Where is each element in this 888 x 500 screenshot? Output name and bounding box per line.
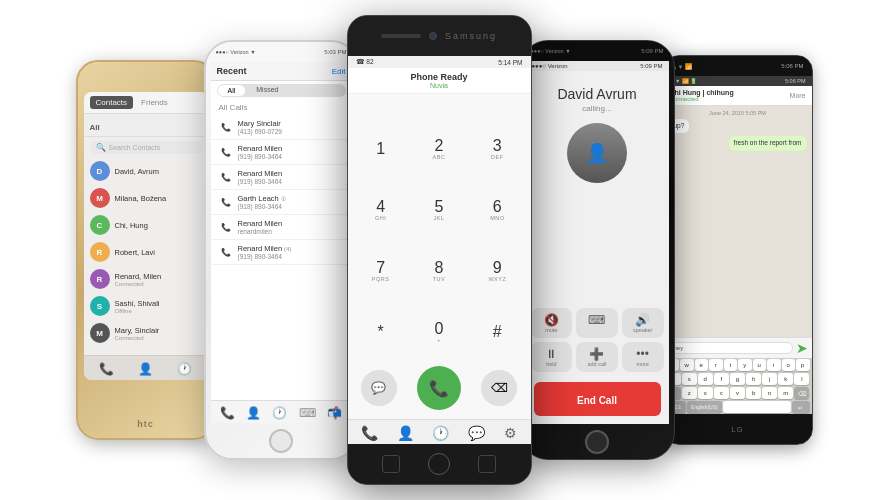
key-s[interactable]: s — [682, 373, 697, 385]
phone-tab-icon[interactable]: 📞 — [220, 406, 235, 420]
mute-icon: 🔇 — [534, 313, 570, 327]
call-item[interactable]: 📞 Renard Milen (919) 890-3464 — [211, 140, 352, 165]
tab-all[interactable]: All — [218, 85, 246, 96]
call-item[interactable]: 📞 Mary Sinclair (413) 690-0729 — [211, 115, 352, 140]
key-z[interactable]: z — [682, 387, 697, 399]
key-9[interactable]: 9 WXYZ — [469, 242, 525, 301]
key-p[interactable]: p — [796, 359, 810, 371]
key-i[interactable]: i — [767, 359, 781, 371]
settings-tab-icon[interactable]: ⚙ — [504, 425, 517, 441]
add-call-button[interactable]: ➕ add call — [576, 342, 618, 372]
key-l[interactable]: l — [794, 373, 809, 385]
call-item[interactable]: 📞 Renard Milen (4) (919) 890-3464 — [211, 240, 352, 265]
contacts-tab-icon[interactable]: 👤 — [246, 406, 261, 420]
key-d[interactable]: d — [698, 373, 713, 385]
kb-row-1: q w e r t y u i o p — [664, 358, 812, 372]
end-call-button[interactable]: End Call — [534, 382, 661, 416]
key-enter[interactable]: ↵ — [792, 401, 809, 413]
list-item[interactable]: C Chi, Hung — [84, 212, 208, 239]
phone-icon[interactable]: 📞 — [99, 362, 114, 376]
list-item[interactable]: D David, Avrum — [84, 158, 208, 185]
key-0[interactable]: 0 + — [411, 303, 467, 362]
tab-friends[interactable]: Friends — [135, 96, 174, 109]
key-t[interactable]: t — [724, 359, 738, 371]
key-8[interactable]: 8 TUV — [411, 242, 467, 301]
keypad-tab-icon[interactable]: ⌨ — [299, 406, 316, 420]
list-item[interactable]: M Milana, Božena — [84, 185, 208, 212]
caller-avatar: 👤 — [567, 123, 627, 183]
key-o[interactable]: o — [782, 359, 796, 371]
message-input[interactable]: hey — [668, 342, 793, 354]
key-n[interactable]: n — [762, 387, 777, 399]
key-star[interactable]: * — [353, 303, 409, 362]
key-y[interactable]: y — [738, 359, 752, 371]
key-b[interactable]: b — [746, 387, 761, 399]
key-v[interactable]: v — [730, 387, 745, 399]
message-button[interactable]: 💬 — [361, 370, 397, 406]
key-r[interactable]: r — [709, 359, 723, 371]
key-k[interactable]: k — [778, 373, 793, 385]
caller-name: Garth Leach — [238, 194, 279, 203]
home-button[interactable] — [585, 430, 609, 454]
edit-button[interactable]: Edit — [332, 67, 346, 76]
add-call-icon: ➕ — [579, 347, 615, 361]
chat-tab-icon[interactable]: 💬 — [468, 425, 485, 441]
more-button[interactable]: More — [790, 92, 806, 99]
list-item[interactable]: M Mary, Sinclair Connected — [84, 320, 208, 347]
key-1[interactable]: 1 — [353, 119, 409, 178]
list-item[interactable]: R Robert, Lavi — [84, 239, 208, 266]
hold-button[interactable]: ⏸ hold — [531, 342, 573, 372]
contacts-icon[interactable]: 👤 — [138, 362, 153, 376]
more-icon: ••• — [625, 347, 661, 361]
key-4[interactable]: 4 GHI — [353, 180, 409, 239]
key-j[interactable]: j — [762, 373, 777, 385]
call-button[interactable]: 📞 — [417, 366, 461, 410]
home-button[interactable] — [428, 453, 450, 475]
clock-icon[interactable]: 🕐 — [177, 362, 192, 376]
phone1-wrapper: Contacts Friends All 🔍 Search Contacts — [76, 60, 216, 440]
key-5[interactable]: 5 JKL — [411, 180, 467, 239]
key-w[interactable]: w — [680, 359, 694, 371]
key-hash[interactable]: # — [469, 303, 525, 362]
tab-missed[interactable]: Missed — [246, 84, 288, 97]
key-6[interactable]: 6 MNO — [469, 180, 525, 239]
key-backspace[interactable]: ⌫ — [794, 387, 809, 399]
tab-contacts[interactable]: Contacts — [90, 96, 134, 109]
key-x[interactable]: x — [698, 387, 713, 399]
key-u[interactable]: u — [753, 359, 767, 371]
key-m[interactable]: m — [778, 387, 793, 399]
send-button[interactable]: ➤ — [796, 340, 808, 356]
call-item[interactable]: 📞 Garth Leach ① (918) 890-3464 — [211, 190, 352, 215]
list-item[interactable]: S Sashi, Shivali Offline — [84, 293, 208, 320]
key-e[interactable]: e — [695, 359, 709, 371]
recent-tab-icon[interactable]: 🕐 — [432, 425, 449, 441]
menu-button[interactable] — [478, 455, 496, 473]
key-c[interactable]: c — [714, 387, 729, 399]
phone-tab-icon[interactable]: 📞 — [361, 425, 378, 441]
key-h[interactable]: h — [746, 373, 761, 385]
key-2[interactable]: 2 ABC — [411, 119, 467, 178]
htc-brand-label: htc — [137, 419, 154, 429]
key-f[interactable]: f — [714, 373, 729, 385]
key-g[interactable]: g — [730, 373, 745, 385]
call-icon: 📞 — [219, 245, 233, 259]
back-button[interactable] — [382, 455, 400, 473]
call-item[interactable]: 📞 Renard Milen renardmilen — [211, 215, 352, 240]
call-item[interactable]: 📞 Renard Milen (919) 890-3464 — [211, 165, 352, 190]
keypad-button[interactable]: ⌨ — [576, 308, 618, 338]
home-button[interactable] — [269, 429, 293, 453]
key-3[interactable]: 3 DEF — [469, 119, 525, 178]
mute-button[interactable]: 🔇 mute — [531, 308, 573, 338]
recents-tab-icon[interactable]: 🕐 — [272, 406, 287, 420]
key-7[interactable]: 7 PQRS — [353, 242, 409, 301]
key-lang[interactable]: English(US) — [687, 401, 721, 413]
delete-button[interactable]: ⌫ — [481, 370, 517, 406]
voicemail-tab-icon[interactable]: 📬 — [327, 406, 342, 420]
speaker-button[interactable]: 🔊 speaker — [622, 308, 664, 338]
contacts-tab-icon[interactable]: 👤 — [397, 425, 414, 441]
search-placeholder: Search Contacts — [109, 144, 161, 151]
p1-search-bar[interactable]: 🔍 Search Contacts — [90, 141, 202, 154]
list-item[interactable]: R Renard, Milen Connected — [84, 266, 208, 293]
key-space[interactable] — [723, 401, 792, 413]
more-button[interactable]: ••• more — [622, 342, 664, 372]
